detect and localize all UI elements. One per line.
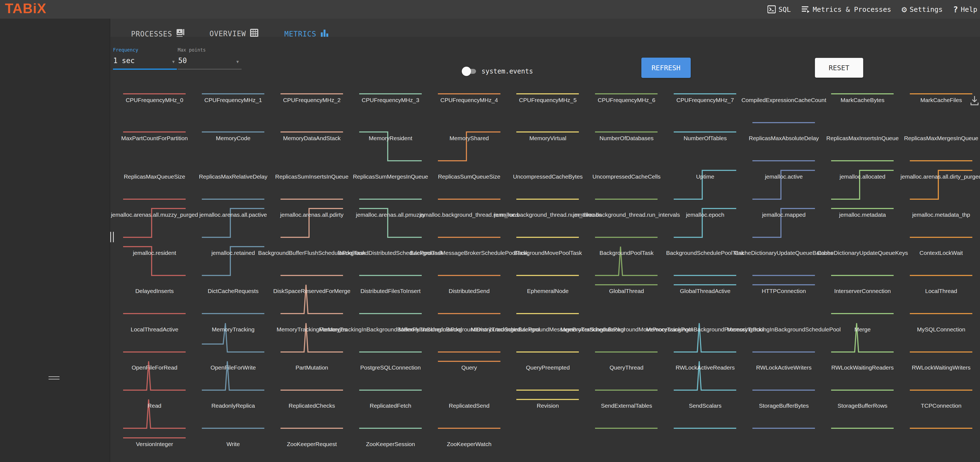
chart-cell[interactable]: CompiledExpressionCacheCount	[745, 93, 823, 131]
chart-cell[interactable]: CPUFrequencyMHz_4	[430, 93, 509, 131]
chart-cell[interactable]: ReplicasMaxMergesInQueue	[902, 131, 980, 170]
chart-cell[interactable]: jemalloc.resident	[115, 246, 194, 284]
chart-cell[interactable]: BackgroundPoolTask	[587, 246, 666, 284]
chart-cell[interactable]: jemalloc.background_thread.run_intervals	[587, 208, 666, 246]
chart-cell[interactable]: CPUFrequencyMHz_0	[115, 93, 194, 131]
chart-cell[interactable]: ReplicasMaxInsertsInQueue	[823, 131, 902, 170]
chart-cell[interactable]: MemoryTracking	[194, 323, 272, 361]
menu-item-metrics-processes[interactable]: Metrics & Processes	[801, 5, 891, 13]
chart-cell[interactable]: ReplicasMaxRelativeDelay	[194, 170, 272, 208]
chevron-down-icon[interactable]: ▼	[236, 59, 239, 64]
chart-cell[interactable]: QueryThread	[587, 361, 666, 399]
chart-cell[interactable]: ReplicasSumQueueSize	[430, 170, 509, 208]
chart-cell[interactable]: UncompressedCacheCells	[587, 170, 666, 208]
chart-cell[interactable]: MarkCacheBytes	[823, 93, 902, 131]
chart-cell[interactable]: MemoryTrackingInBackgroundSchedulePool	[745, 323, 823, 361]
chart-cell[interactable]: RWLockActiveWriters	[745, 361, 823, 399]
chart-cell[interactable]: CacheDictionaryUpdateQueueBatches	[745, 246, 823, 284]
chart-cell[interactable]: NumberOfTables	[666, 131, 745, 170]
chart-cell[interactable]: CPUFrequencyMHz_1	[194, 93, 272, 131]
chart-cell[interactable]: CacheDictionaryUpdateQueueKeys	[823, 246, 902, 284]
frequency-select[interactable]: 1 sec	[113, 57, 135, 65]
chart-cell[interactable]: Revision	[508, 399, 587, 437]
chart-cell[interactable]: ReplicasMaxAbsoluteDelay	[745, 131, 823, 170]
chart-cell[interactable]: MemoryCode	[194, 131, 272, 170]
chart-cell[interactable]: RWLockWaitingReaders	[823, 361, 902, 399]
chart-cell[interactable]: CPUFrequencyMHz_6	[587, 93, 666, 131]
chart-cell[interactable]: GlobalThread	[587, 284, 666, 322]
chart-cell[interactable]: ReplicatedFetch	[351, 399, 430, 437]
chart-cell[interactable]: jemalloc.metadata	[823, 208, 902, 246]
chart-cell[interactable]: Query	[430, 361, 509, 399]
chart-cell[interactable]: ReplicasSumInsertsInQueue	[272, 170, 351, 208]
chart-cell[interactable]: StorageBufferRows	[823, 399, 902, 437]
chart-cell[interactable]: jemalloc.arenas.all.pdirty	[272, 208, 351, 246]
chart-cell[interactable]: Write	[194, 437, 272, 462]
chart-cell[interactable]: HTTPConnection	[745, 284, 823, 322]
chart-cell[interactable]: CPUFrequencyMHz_3	[351, 93, 430, 131]
chart-cell[interactable]: RWLockWaitingWriters	[902, 361, 980, 399]
chart-cell[interactable]: MemoryShared	[430, 131, 509, 170]
chart-cell[interactable]: jemalloc.allocated	[823, 170, 902, 208]
chart-cell[interactable]: DelayedInserts	[115, 284, 194, 322]
chart-cell[interactable]: DistributedFilesToInsert	[351, 284, 430, 322]
chart-cell[interactable]: ReplicasSumMergesInQueue	[351, 170, 430, 208]
chart-cell[interactable]: DictCacheRequests	[194, 284, 272, 322]
chart-cell[interactable]: GlobalThreadActive	[666, 284, 745, 322]
chart-cell[interactable]: BackgroundSchedulePoolTask	[666, 246, 745, 284]
chart-cell[interactable]: ZooKeeperSession	[351, 437, 430, 462]
chart-cell[interactable]: Read	[115, 399, 194, 437]
chart-cell[interactable]: ReplicatedSend	[430, 399, 509, 437]
chevron-down-icon[interactable]: ▼	[172, 59, 175, 64]
chart-cell[interactable]: jemalloc.arenas.all.muzzy_purged	[115, 208, 194, 246]
refresh-button[interactable]: REFRESH	[641, 57, 691, 78]
chart-cell[interactable]: Uptime	[666, 170, 745, 208]
chart-cell[interactable]: InterserverConnection	[823, 284, 902, 322]
chart-cell[interactable]: UncompressedCacheBytes	[508, 170, 587, 208]
chart-cell[interactable]: EphemeralNode	[508, 284, 587, 322]
menu-item-settings[interactable]: ⚙ Settings	[902, 5, 943, 13]
chart-cell[interactable]: StorageBufferBytes	[745, 399, 823, 437]
chart-cell[interactable]: MarkCacheFiles	[902, 93, 980, 131]
chart-cell[interactable]: VersionInteger	[115, 437, 194, 462]
chart-cell[interactable]: OpenFileForRead	[115, 361, 194, 399]
chart-cell[interactable]: jemalloc.metadata_thp	[902, 208, 980, 246]
download-icon[interactable]	[970, 96, 979, 107]
horizontal-resize-handle[interactable]	[49, 376, 59, 380]
chart-cell[interactable]: jemalloc.arenas.all.pactive	[194, 208, 272, 246]
chart-cell[interactable]: LocalThread	[902, 284, 980, 322]
system-events-toggle[interactable]	[462, 66, 478, 76]
chart-cell[interactable]: QueryPreempted	[508, 361, 587, 399]
chart-cell[interactable]: OpenFileForWrite	[194, 361, 272, 399]
chart-cell[interactable]: DiskSpaceReservedForMerge	[272, 284, 351, 322]
chart-cell[interactable]: jemalloc.arenas.all.pmuzzy	[351, 208, 430, 246]
chart-cell[interactable]: MySQLConnection	[902, 323, 980, 361]
chart-cell[interactable]: ZooKeeperRequest	[272, 437, 351, 462]
chart-cell[interactable]: RWLockActiveReaders	[666, 361, 745, 399]
menu-item-sql[interactable]: SQL	[767, 5, 791, 13]
menu-item-help[interactable]: ? Help	[953, 5, 977, 14]
chart-cell[interactable]: CPUFrequencyMHz_5	[508, 93, 587, 131]
reset-button[interactable]: RESET	[815, 58, 863, 78]
chart-cell[interactable]: ZooKeeperWatch	[430, 437, 509, 462]
vertical-resize-handle[interactable]	[110, 232, 115, 242]
chart-cell[interactable]: MemoryDataAndStack	[272, 131, 351, 170]
chart-cell[interactable]: jemalloc.arenas.all.dirty_purged	[902, 170, 980, 208]
chart-cell[interactable]: jemalloc.active	[745, 170, 823, 208]
chart-cell[interactable]: ContextLockWait	[902, 246, 980, 284]
chart-cell[interactable]: BackgroundMessageBrokerSchedulePoolTask	[430, 246, 509, 284]
chart-cell[interactable]: CPUFrequencyMHz_2	[272, 93, 351, 131]
chart-cell[interactable]: jemalloc.mapped	[745, 208, 823, 246]
chart-cell[interactable]: PartMutation	[272, 361, 351, 399]
chart-cell[interactable]: DistributedSend	[430, 284, 509, 322]
chart-cell[interactable]: CPUFrequencyMHz_7	[666, 93, 745, 131]
max-points-select[interactable]: 50	[178, 57, 187, 65]
chart-cell[interactable]: LocalThreadActive	[115, 323, 194, 361]
chart-cell[interactable]: BackgroundMovePoolTask	[508, 246, 587, 284]
chart-cell[interactable]: ReplicasMaxQueueSize	[115, 170, 194, 208]
chart-cell[interactable]: NumberOfDatabases	[587, 131, 666, 170]
chart-cell[interactable]: MemoryResident	[351, 131, 430, 170]
chart-cell[interactable]: PostgreSQLConnection	[351, 361, 430, 399]
chart-cell[interactable]: TCPConnection	[902, 399, 980, 437]
chart-cell[interactable]: SendScalars	[666, 399, 745, 437]
